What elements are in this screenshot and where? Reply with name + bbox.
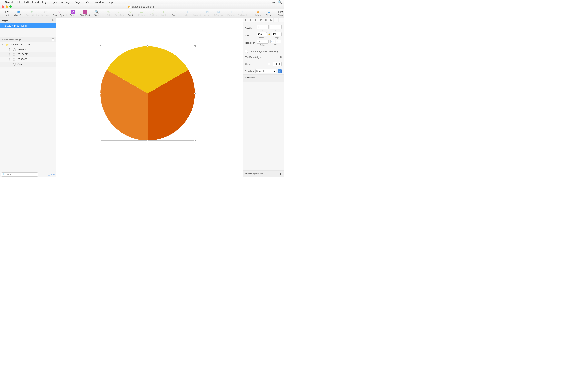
opacity-slider[interactable]	[254, 64, 271, 64]
svg-rect-5	[250, 20, 251, 21]
rotate-copies-button[interactable]: ✻Rotate Copies	[26, 10, 39, 17]
forward-button[interactable]: ⇧Forward	[227, 10, 235, 17]
blending-caret-icon[interactable]: ⌄	[278, 69, 282, 73]
edit-button[interactable]: ✎Edit	[104, 10, 113, 17]
resize-handle[interactable]	[194, 45, 196, 47]
layer-row[interactable]: ʃ #D35400	[0, 57, 56, 62]
shape-icon: ʃ	[9, 58, 11, 61]
window-zoom-button[interactable]	[9, 5, 12, 8]
plugins-menu[interactable]: Plugins	[74, 1, 82, 4]
svg-rect-11	[261, 19, 261, 20]
slice-filter-icon[interactable]: ◫	[48, 173, 50, 176]
outlines-button[interactable]: ◯Outlines	[149, 10, 157, 17]
symbol-button[interactable]: ⟳Symbol	[69, 10, 77, 17]
blending-select[interactable]: Normal	[255, 69, 276, 73]
lock-aspect-icon[interactable]: 🔒	[268, 33, 270, 35]
distribute-v-button[interactable]	[279, 18, 284, 22]
height-input[interactable]	[272, 32, 282, 36]
width-input[interactable]	[257, 32, 267, 36]
view-menu[interactable]: View	[86, 1, 91, 4]
svg-rect-17	[271, 20, 272, 21]
folder-icon: 📁	[6, 43, 9, 46]
filter-count: 0	[53, 173, 55, 176]
position-y-input[interactable]	[270, 25, 282, 29]
layer-row-group[interactable]: ▼ 📁 3 Slices Pie Chart	[0, 42, 56, 47]
align-bottom-button[interactable]	[268, 18, 274, 22]
resize-handle[interactable]	[194, 93, 196, 94]
selection-bounds[interactable]	[100, 46, 195, 141]
create-symbol-button[interactable]: ⟳Create Symbol	[53, 10, 67, 17]
resize-handle[interactable]	[100, 140, 101, 141]
overflow-icon[interactable]: •••	[272, 0, 275, 4]
distribute-h-button[interactable]	[274, 18, 279, 22]
svg-rect-21	[280, 19, 282, 19]
window-menu[interactable]: Window	[95, 1, 104, 4]
resize-handle[interactable]	[147, 45, 148, 47]
align-vcenter-button[interactable]	[263, 18, 268, 22]
scissors-button[interactable]: ✂Scissors	[41, 10, 49, 17]
help-menu[interactable]: Help	[107, 1, 113, 4]
spotlight-search-icon[interactable]: 🔍	[278, 0, 282, 4]
window-close-button[interactable]	[2, 5, 4, 8]
resize-handle[interactable]	[147, 140, 148, 141]
export-filter-icon[interactable]: ✎	[51, 173, 53, 176]
mirror-button[interactable]: ◆Mirror	[254, 10, 262, 17]
intersect-button[interactable]: ◩Intersect	[204, 10, 212, 17]
scale-button[interactable]: ⤢Scale	[171, 10, 179, 17]
subtract-button[interactable]: ◰Subtract	[193, 10, 201, 17]
rotate-button[interactable]: ⟳Rotate	[127, 10, 135, 17]
resize-handle[interactable]	[194, 140, 196, 141]
layer-row[interactable]: ʃ #E67E22	[0, 47, 56, 52]
flip-vertical-button[interactable]: ▷◁	[276, 40, 281, 43]
align-toolbar	[243, 18, 284, 22]
pie-chart[interactable]	[100, 46, 195, 141]
make-exportable-section[interactable]: Make Exportable ＋	[243, 170, 284, 177]
type-menu[interactable]: Type	[52, 1, 58, 4]
zoom-control[interactable]: −🔍+ 100%	[93, 10, 101, 17]
shared-style-dropdown[interactable]: No Shared Style⇅	[243, 54, 284, 60]
insert-button[interactable]: ＋▾Insert	[2, 10, 10, 17]
layer-menu[interactable]: Layer	[42, 1, 49, 4]
arrange-menu[interactable]: Arrange	[61, 1, 70, 4]
clickthrough-checkbox[interactable]	[245, 50, 248, 53]
cloud-button[interactable]: ☁Cloud	[265, 10, 273, 17]
align-top-button[interactable]	[258, 18, 263, 22]
difference-button[interactable]: ◪Difference	[214, 10, 223, 17]
align-left-button[interactable]	[243, 18, 248, 22]
clickthrough-label: Click-through when selecting	[249, 50, 278, 53]
rotate-input[interactable]	[257, 40, 269, 44]
add-page-button[interactable]: ＋	[51, 18, 54, 22]
transform-button[interactable]: ⬚Transform	[115, 10, 124, 17]
resize-handle[interactable]	[100, 93, 101, 94]
add-export-button[interactable]: ＋	[279, 172, 282, 175]
position-x-input[interactable]	[257, 25, 269, 29]
canvas[interactable]	[56, 18, 243, 177]
insert-menu[interactable]: Insert	[32, 1, 39, 4]
opacity-input[interactable]	[273, 62, 282, 66]
collapse-icon[interactable]	[52, 38, 54, 41]
layer-row[interactable]: Oval	[0, 62, 56, 67]
svg-rect-13	[265, 19, 266, 21]
union-button[interactable]: ◱Union	[182, 10, 190, 17]
layer-row[interactable]: ʃ #F1C40F	[0, 52, 56, 57]
window-minimize-button[interactable]	[6, 5, 8, 8]
make-grid-button[interactable]: ▦Make Grid	[14, 10, 23, 17]
resize-handle[interactable]	[100, 45, 101, 47]
pages-header: Pages ＋	[0, 18, 56, 23]
svg-rect-20	[277, 19, 277, 21]
add-shadow-button[interactable]: ＋	[278, 76, 282, 81]
view-button[interactable]: ▥▾View	[277, 10, 284, 17]
file-menu[interactable]: File	[17, 1, 21, 4]
filter-input[interactable]	[1, 173, 38, 176]
page-item[interactable]: Sketchy Pies Plugin	[0, 23, 56, 28]
flatten-button[interactable]: ▬Flatten	[138, 10, 146, 17]
flip-horizontal-button[interactable]: ◁▷	[270, 40, 275, 43]
edit-menu[interactable]: Edit	[25, 1, 29, 4]
align-hcenter-button[interactable]	[248, 18, 253, 22]
styled-text-button[interactable]: TStyled Text	[81, 10, 89, 17]
mask-button[interactable]: ◐Mask	[160, 10, 168, 17]
transform-label: Transform	[245, 42, 256, 44]
align-right-button[interactable]	[253, 18, 258, 22]
app-menu[interactable]: Sketch	[5, 1, 14, 4]
backward-button[interactable]: ⇩Backward	[238, 10, 247, 17]
